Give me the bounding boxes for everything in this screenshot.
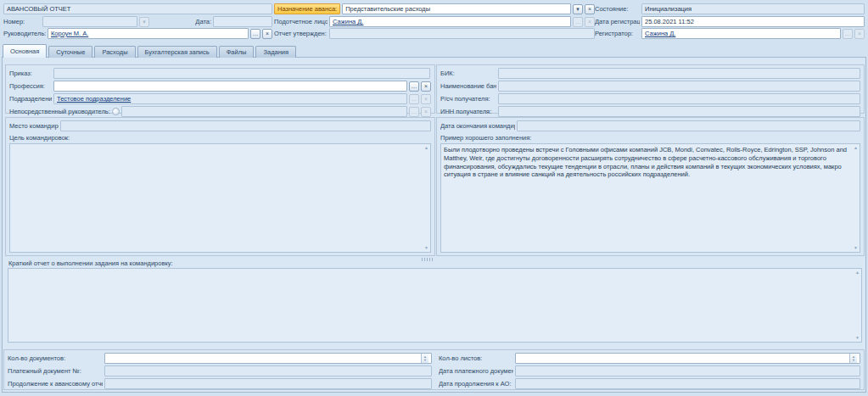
ellipsis-icon: … <box>845 31 851 36</box>
spinner-icon[interactable]: ▲ ▼ <box>421 354 428 363</box>
number-label: Номер: <box>3 18 41 25</box>
manager-row: Руководитель: Короун М. А. … × <box>3 28 272 39</box>
payment-doc-label: Платежный документ №: <box>8 367 103 375</box>
docs-count-row: Кол-во документов: ▲ ▼ <box>8 353 432 364</box>
short-report-textarea[interactable]: ▲ ▼ <box>8 268 862 343</box>
scroll-down-icon: ▼ <box>855 336 860 340</box>
trip-purpose-group: Место командировки: Цель командировок: ▲… <box>5 117 435 256</box>
purpose-clear-button[interactable]: × <box>585 4 595 14</box>
payment-doc-row: Платежный документ №: <box>8 365 432 376</box>
registrar-field[interactable]: Сажина Д. <box>641 28 841 39</box>
sheets-count-row: Кол-во листов: ▲ ▼ <box>439 353 860 364</box>
spinner-icon[interactable]: ▲ ▼ <box>849 354 857 363</box>
registrar-browse-button: … <box>843 29 853 39</box>
trip-place-label: Место командировки: <box>9 122 59 130</box>
state-row: Состояние: Инициализация <box>595 3 865 14</box>
profession-input[interactable] <box>53 81 407 92</box>
payment-doc-input <box>104 365 432 376</box>
profession-clear-button[interactable]: × <box>421 81 431 92</box>
registrar-clear-button: × <box>854 29 865 39</box>
purpose-dropdown-button[interactable]: ▾ <box>573 4 583 14</box>
example-text: Были плодотворно проведены встречи с Гол… <box>444 146 847 178</box>
documents-right-column: Кол-во листов: ▲ ▼ Дата платежного докум… <box>439 353 860 389</box>
ellipsis-icon: … <box>253 31 259 36</box>
manager-clear-button[interactable]: × <box>262 29 272 39</box>
tab-buh-zapis[interactable]: Бухгалтерская запись <box>137 46 217 58</box>
docs-count-stepper[interactable]: ▲ ▼ <box>104 353 432 364</box>
trip-end-label: Дата окончания командировки: <box>440 122 515 130</box>
tab-sutochnye[interactable]: Суточные <box>48 46 92 58</box>
accountable-clear-button: × <box>585 17 595 27</box>
page-title-text: АВАНСОВЫЙ ОТЧЕТ <box>7 5 70 13</box>
trip-purpose-label-row: Цель командировок: <box>9 133 431 142</box>
manager-field[interactable]: Короун М. А. <box>48 28 249 39</box>
continuation-date-input <box>515 378 860 389</box>
direct-manager-clear-button: × <box>421 107 431 117</box>
purpose-row: Назначение аванса: Представительские рас… <box>274 3 595 14</box>
continuation-row: Продолжение к авансовому отчету №: <box>8 378 432 389</box>
department-row: Подразделение: Тестовое подразделение … … <box>9 93 431 104</box>
profession-label: Профессия: <box>9 82 52 90</box>
manager-link[interactable]: Короун М. А. <box>51 30 88 37</box>
page-title: АВАНСОВЫЙ ОТЧЕТ <box>3 3 272 14</box>
manager-browse-button[interactable]: … <box>250 29 260 39</box>
profession-browse-button[interactable]: … <box>409 81 419 92</box>
inn-input <box>498 106 860 117</box>
registrar-label: Регистратор: <box>595 30 640 37</box>
department-link[interactable]: Тестовое подразделение <box>57 95 131 103</box>
close-icon: × <box>424 83 428 89</box>
date-input <box>213 16 272 27</box>
approved-row: Отчет утвержден: <box>274 28 595 39</box>
state-value: Инициализация <box>645 5 692 13</box>
bank-name-label: Наименование банка: <box>440 82 496 90</box>
registrar-link[interactable]: Сажина Д. <box>645 30 675 37</box>
tab-bar: Основная Суточные Расходы Бухгалтерская … <box>3 44 298 58</box>
order-input <box>53 68 430 79</box>
tab-zadaniya[interactable]: Задания <box>255 46 296 58</box>
header-right-column: Состояние: Инициализация Дата регистраци… <box>595 0 865 42</box>
reg-date-label: Дата регистрации: <box>595 18 640 25</box>
payment-date-input <box>515 365 860 376</box>
reg-date-value: 25.08.2021 11:52 <box>645 18 694 25</box>
continuation-date-row: Дата продолжения к АО: <box>439 378 860 389</box>
accountable-link[interactable]: Сажина Д. <box>333 18 363 25</box>
ellipsis-icon: … <box>412 83 417 89</box>
accountable-field[interactable]: Сажина Д. <box>329 16 571 27</box>
example-label-row: Пример хорошего заполнения: <box>440 133 860 142</box>
payment-date-row: Дата платежного документа: <box>439 365 860 376</box>
direct-manager-browse-button: … <box>409 107 419 117</box>
reg-date-field: 25.08.2021 11:52 <box>641 16 865 27</box>
example-textarea[interactable]: Были плодотворно проведены встречи с Гол… <box>440 143 860 253</box>
close-icon: × <box>424 96 428 102</box>
reg-date-row: Дата регистрации: 25.08.2021 11:52 <box>595 16 865 27</box>
scroll-up-icon: ▲ <box>424 146 428 150</box>
department-browse-button: … <box>409 94 419 104</box>
purpose-combobox[interactable]: Представительские расходы <box>342 3 571 14</box>
department-clear-button: × <box>421 94 431 104</box>
state-label: Состояние: <box>595 5 640 13</box>
bank-name-row: Наименование банка: <box>440 81 860 92</box>
approved-input <box>329 28 595 39</box>
scroll-down-icon: ▼ <box>424 246 428 250</box>
ellipsis-icon: … <box>412 96 417 102</box>
tab-osnovnaya[interactable]: Основная <box>3 44 47 58</box>
close-icon: × <box>588 19 591 25</box>
trip-place-input <box>60 120 431 131</box>
purpose-value: Представительские расходы <box>345 5 430 13</box>
ellipsis-icon: … <box>575 19 581 25</box>
header-middle-column: Назначение аванса: Представительские рас… <box>274 0 595 42</box>
sheets-count-stepper[interactable]: ▲ ▼ <box>515 353 860 364</box>
documents-left-column: Кол-во документов: ▲ ▼ Платежный докумен… <box>8 353 432 389</box>
tab-fayly[interactable]: Файлы <box>219 46 255 58</box>
profession-row: Профессия: … × <box>9 81 431 92</box>
chevron-down-icon: ▾ <box>576 6 580 12</box>
bank-name-input <box>498 81 860 92</box>
tab-rashody[interactable]: Расходы <box>94 46 135 58</box>
department-field[interactable]: Тестовое подразделение <box>53 93 407 104</box>
bik-row: БИК: <box>440 68 860 79</box>
resize-grip[interactable] <box>422 258 433 261</box>
account-input <box>498 93 860 104</box>
spin-down-icon: ▼ <box>852 359 855 362</box>
trip-purpose-textarea[interactable]: ▲ ▼ <box>9 143 431 253</box>
direct-manager-label: Непосредственный руководитель: <box>9 108 110 115</box>
